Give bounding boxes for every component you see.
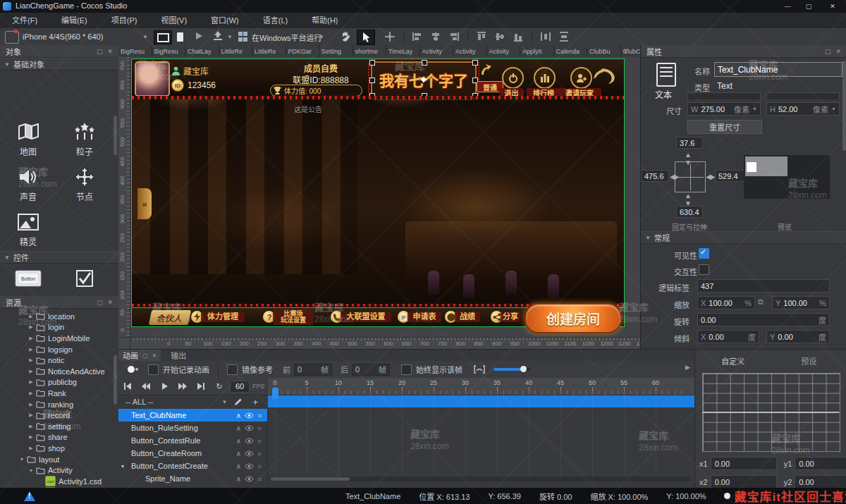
loop-icon[interactable]: ↻ [210,382,228,391]
track-Button_ContestRule[interactable]: Button_ContestRule∧○ [118,434,268,447]
close-panel-icon[interactable]: ✕ [835,48,841,55]
tree-expand-icon[interactable]: ▶ [27,347,35,352]
object-particle[interactable]: 粒子 [74,116,95,161]
menu-item-2[interactable]: 项目(P) [99,13,149,28]
run-dropdown-icon[interactable]: ▼ [319,34,324,40]
properties-scrollbar[interactable] [842,61,846,151]
anchor-top-input[interactable]: 37.6 [676,137,703,149]
object-map[interactable]: 地图 [18,116,39,161]
menu-item-4[interactable]: 窗口(W) [199,13,251,28]
align-center-horizontal-icon[interactable] [431,32,441,42]
menu-item-1[interactable]: 编辑(E) [49,13,99,28]
anchor-right-input[interactable]: 529.4 [715,170,744,182]
tree-scrollbar[interactable] [114,355,117,405]
tree-item-location[interactable]: ▶location [0,311,118,322]
doc-tab-Calenda[interactable]: Calenda [554,45,588,57]
menu-item-5[interactable]: 语言(L) [251,13,300,28]
landscape-orientation-button[interactable] [154,30,172,44]
tag-input[interactable]: 437 [697,279,830,293]
tree-expand-icon[interactable]: ▶ [27,369,35,374]
track-Button_RuleSetting[interactable]: Button_RuleSetting∧○ [118,422,268,434]
preview-play-button[interactable] [195,32,203,40]
doc-tab-BigResu[interactable]: BigResu [118,45,152,57]
tree-expand-icon[interactable]: ▶ [27,357,35,363]
tree-expand-icon[interactable]: ▶ [27,445,35,451]
track-lock-icon[interactable]: ∧ [236,437,241,445]
doc-tab-BigResu[interactable]: BigResu [152,45,186,57]
hand-tool-button[interactable] [337,30,354,43]
timeline[interactable]: 051015202530354045505560 [268,378,694,484]
float-panel-icon[interactable]: ▢ [825,48,831,55]
grade-arrow-icon[interactable] [479,63,493,78]
tree-collapse-icon[interactable]: ▼ [27,468,35,473]
align-bottom-icon[interactable] [513,32,523,42]
tree-expand-icon[interactable]: ▶ [27,379,35,385]
menu-item-0[interactable]: 文件(F) [0,13,49,28]
anchor-bottom-input[interactable]: 630.4 [676,206,703,218]
tree-item-LoginMobile[interactable]: ▶LoginMobile [0,333,118,344]
tree-item-NoticeAndActive[interactable]: ▶NoticeAndActive [0,366,118,377]
track-Button_CreateRoom[interactable]: Button_CreateRoom∧○ [118,447,268,460]
track-visible-icon[interactable] [245,412,254,419]
rename-animation-icon[interactable] [234,398,243,406]
fps-input[interactable]: 60 [230,381,250,393]
warning-icon[interactable] [24,491,35,501]
doc-tab-Setting[interactable]: Setting [319,45,353,57]
x1-input[interactable]: 0.00 [711,457,777,470]
doc-tab-Activity[interactable]: Activity [487,45,521,57]
track-filter-select[interactable]: -- ALL -- [125,398,153,406]
panel-expander-icon[interactable]: ▶ [685,364,690,371]
onion-skin-icon[interactable] [474,365,485,374]
doc-tab-ChatLay[interactable]: ChatLay [185,45,219,57]
link-scale-icon[interactable]: ⧉ [758,297,764,307]
object-sprite[interactable]: 精灵 [18,206,39,251]
close-panel-icon[interactable]: ✕ [107,299,113,306]
invite-button[interactable] [570,67,592,89]
tab-animation[interactable]: 动画▢✕ [118,350,161,361]
transform-tool-icon[interactable] [385,32,395,42]
anchor-left-input[interactable]: 475.6 [641,170,669,182]
play-icon[interactable] [155,381,173,391]
tree-expand-icon[interactable]: ▶ [27,324,35,330]
after-frames-input[interactable]: 0帧 [352,364,390,376]
doc-tab-Activity[interactable]: Activity [453,45,487,57]
tree-expand-icon[interactable]: ▶ [27,424,35,429]
width-input[interactable]: W275.00像素▼ [687,102,761,116]
track-Text_ClubName[interactable]: Text_ClubName∧○ [118,409,268,422]
club-title-frame[interactable]: 我有七个字了 [371,61,477,97]
close-button[interactable]: ✕ [819,0,846,13]
scale-y-input[interactable]: Y100.00% [772,296,830,309]
object-node[interactable]: 节点 [75,161,94,206]
select-tool-button[interactable] [357,30,375,45]
tree-item-shop[interactable]: ▶shop [0,443,118,454]
tree-item-record[interactable]: ▶record [0,410,118,421]
tree-item-share[interactable]: ▶share [0,432,118,443]
tree-expand-icon[interactable]: ▶ [27,314,35,319]
skip-start-icon[interactable] [118,381,137,391]
float-panel-icon[interactable]: ▢ [142,352,148,359]
node-name-input[interactable]: Text_ClubName [714,62,842,77]
doc-tab-ApplyIt[interactable]: ApplyIt [520,45,554,57]
tab-preset[interactable]: 预设 [771,355,846,367]
tree-expand-icon[interactable]: ▶ [27,434,35,440]
scale-x-input[interactable]: X100.00% [697,296,755,309]
general-section[interactable]: ▼常规 [641,231,846,244]
menu-item-3[interactable]: 视图(V) [149,13,199,28]
track-visible-icon[interactable] [245,425,254,431]
tree-item-logsign[interactable]: ▶logsign [0,344,118,355]
tree-item-ranking[interactable]: ▶ranking [0,399,118,410]
align-center-vertical-icon[interactable] [495,32,505,42]
visible-checkbox[interactable] [699,248,709,259]
add-animation-icon[interactable]: + [252,397,258,407]
canvas-area[interactable]: 藏宝库 ID123456 成员自费 联盟ID:888888 体力值: 000 我… [118,57,640,349]
doc-tab-Activity[interactable]: Activity [420,45,454,57]
close-panel-icon[interactable]: ✕ [152,352,157,359]
tab-custom[interactable]: 自定义 [695,355,771,367]
onion-opacity-slider[interactable] [494,368,530,371]
track-solo-icon[interactable]: ○ [257,462,262,470]
skew-x-input[interactable]: X0.00度 [697,330,759,343]
always-show-checkbox[interactable] [401,364,412,375]
skip-end-icon[interactable] [192,381,210,391]
back-arrow-icon[interactable] [591,68,615,85]
anchor-widget[interactable] [675,161,706,192]
